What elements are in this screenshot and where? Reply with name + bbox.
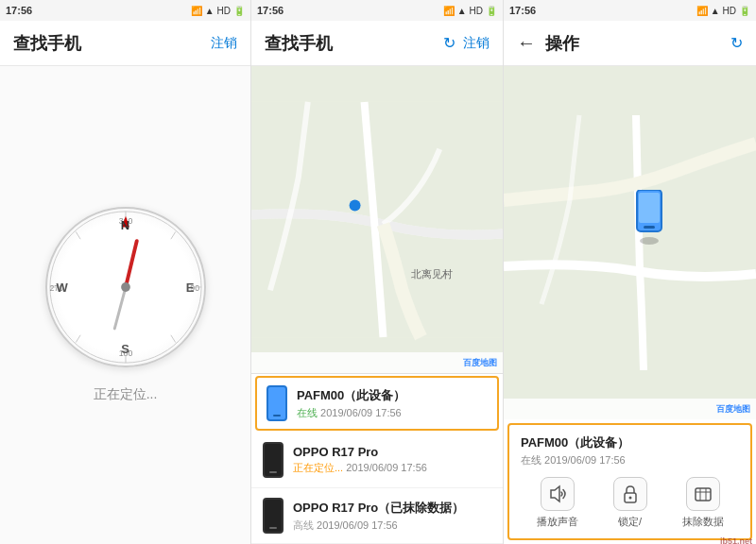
lock-icon bbox=[613, 477, 647, 511]
map-area-2: 北离见村 百度地图 bbox=[251, 66, 503, 373]
app-header-2: 查找手机 ↻ 注销 bbox=[251, 21, 503, 66]
battery-icon-1: 🔋 bbox=[233, 6, 245, 16]
panel-find-phone: 17:56 📶 ▲ HD 🔋 查找手机 注销 // We'll just har… bbox=[0, 0, 251, 544]
svg-point-18 bbox=[350, 200, 361, 212]
page-title-1: 查找手机 bbox=[13, 32, 211, 55]
signal-icon-1: 📶 bbox=[191, 6, 202, 16]
map-area-3: 百度地图 bbox=[504, 66, 756, 419]
baidu-logo-2: 百度地图 bbox=[463, 357, 497, 369]
app-header-1: 查找手机 注销 bbox=[0, 21, 250, 66]
action-device-status: 在线 2019/06/09 17:56 bbox=[521, 453, 739, 468]
device-item-1[interactable]: OPPO R17 Pro 正在定位... 2019/06/09 17:56 bbox=[251, 433, 503, 488]
time-3: 17:56 bbox=[509, 5, 536, 16]
lock-button[interactable]: 锁定/ bbox=[602, 477, 659, 529]
erase-button[interactable]: 抹除数据 bbox=[675, 477, 731, 529]
compass-east: E bbox=[186, 280, 195, 295]
panel-device-list: 17:56 📶 ▲ HD 🔋 查找手机 ↻ 注销 北离见村 bbox=[251, 0, 504, 544]
battery-icon-3: 🔋 bbox=[739, 6, 750, 16]
compass-area: // We'll just hardcode a bunch of tick m… bbox=[0, 66, 250, 544]
time-1: 17:56 bbox=[6, 5, 32, 16]
action-buttons-row: 播放声音 锁定/ bbox=[521, 477, 739, 538]
wifi-icon-2: ▲ bbox=[457, 6, 467, 16]
svg-line-15 bbox=[114, 287, 126, 329]
status-icons-2: 📶 ▲ HD 🔋 bbox=[443, 6, 497, 16]
status-icons-1: 📶 ▲ HD 🔋 bbox=[191, 6, 245, 16]
battery-icon-2: 🔋 bbox=[486, 6, 497, 16]
svg-rect-22 bbox=[639, 193, 660, 223]
watermark: jb51.net bbox=[720, 536, 752, 544]
device-icon-2 bbox=[263, 498, 284, 534]
device-info-1: OPPO R17 Pro 正在定位... 2019/06/09 17:56 bbox=[293, 445, 491, 475]
app-header-3: ← 操作 ↻ bbox=[504, 21, 756, 66]
hd-label-3: HD bbox=[723, 6, 736, 16]
locating-text: 正在定位... bbox=[94, 386, 158, 403]
wifi-icon-3: ▲ bbox=[711, 6, 720, 16]
svg-line-14 bbox=[126, 241, 137, 287]
device-info-0: PAFM00（此设备） 在线 2019/06/09 17:56 bbox=[297, 387, 488, 420]
device-list: PAFM00（此设备） 在线 2019/06/09 17:56 OPPO R17… bbox=[251, 373, 503, 544]
play-sound-icon bbox=[541, 477, 575, 511]
refresh-button-3[interactable]: ↻ bbox=[730, 34, 743, 52]
device-status-1: 正在定位... 2019/06/09 17:56 bbox=[293, 461, 491, 475]
play-sound-button[interactable]: 播放声音 bbox=[529, 477, 586, 529]
device-info-2: OPPO R17 Pro（已抹除数据） 高线 2019/06/09 17:56 bbox=[293, 500, 491, 533]
lock-label: 锁定/ bbox=[618, 515, 642, 529]
baidu-logo-3: 百度地图 bbox=[716, 403, 750, 416]
svg-line-12 bbox=[170, 335, 175, 343]
device-icon-0 bbox=[266, 385, 287, 421]
device-item-2[interactable]: OPPO R17 Pro（已抹除数据） 高线 2019/06/09 17:56 bbox=[251, 488, 503, 544]
wifi-icon-1: ▲ bbox=[205, 6, 215, 16]
hd-label-1: HD bbox=[217, 6, 231, 16]
compass-south: S bbox=[121, 342, 129, 356]
cancel-button-1[interactable]: 注销 bbox=[211, 35, 237, 52]
compass-west: W bbox=[57, 280, 68, 295]
page-title-3: 操作 bbox=[545, 32, 721, 55]
phone-on-map bbox=[635, 190, 663, 245]
action-device-name: PAFM00（此设备） bbox=[521, 434, 739, 451]
status-icons-3: 📶 ▲ HD 🔋 bbox=[696, 6, 750, 16]
svg-point-16 bbox=[121, 282, 130, 292]
map-svg-3 bbox=[504, 66, 756, 419]
baidu-bar-3: 百度地图 bbox=[504, 399, 756, 419]
device-status-2: 高线 2019/06/09 17:56 bbox=[293, 518, 491, 533]
refresh-button-2[interactable]: ↻ bbox=[443, 34, 455, 52]
svg-rect-25 bbox=[696, 488, 711, 501]
panel-operations: 17:56 📶 ▲ HD 🔋 ← 操作 ↻ bbox=[504, 0, 756, 544]
signal-icon-3: 📶 bbox=[696, 6, 708, 16]
map-svg-2 bbox=[251, 66, 503, 373]
status-bar-2: 17:56 📶 ▲ HD 🔋 bbox=[251, 0, 503, 21]
device-name-0: PAFM00（此设备） bbox=[297, 387, 488, 404]
page-title-2: 查找手机 bbox=[265, 32, 434, 55]
device-name-2: OPPO R17 Pro（已抹除数据） bbox=[293, 500, 491, 517]
phone-shadow bbox=[640, 237, 659, 245]
device-item-0[interactable]: PAFM00（此设备） 在线 2019/06/09 17:56 bbox=[255, 376, 499, 431]
village-label-2: 北离见村 bbox=[411, 267, 453, 281]
svg-line-11 bbox=[76, 335, 80, 343]
signal-icon-2: 📶 bbox=[443, 6, 455, 16]
svg-line-9 bbox=[76, 231, 80, 239]
erase-icon bbox=[686, 477, 720, 511]
compass: // We'll just hardcode a bunch of tick m… bbox=[45, 207, 206, 367]
time-2: 17:56 bbox=[257, 5, 284, 16]
status-bar-1: 17:56 📶 ▲ HD 🔋 bbox=[0, 0, 250, 21]
device-name-1: OPPO R17 Pro bbox=[293, 445, 491, 459]
phone-map-svg bbox=[635, 190, 663, 235]
device-status-0: 在线 2019/06/09 17:56 bbox=[297, 406, 488, 420]
status-bar-3: 17:56 📶 ▲ HD 🔋 bbox=[504, 0, 756, 21]
svg-point-24 bbox=[628, 497, 631, 500]
svg-line-10 bbox=[170, 231, 175, 239]
hd-label-2: HD bbox=[470, 6, 483, 16]
cancel-button-2[interactable]: 注销 bbox=[463, 35, 490, 52]
play-sound-label: 播放声音 bbox=[537, 515, 578, 529]
svg-rect-21 bbox=[644, 226, 655, 229]
erase-label: 抹除数据 bbox=[682, 515, 724, 529]
action-panel: PAFM00（此设备） 在线 2019/06/09 17:56 播放声音 bbox=[507, 423, 752, 540]
back-button-3[interactable]: ← bbox=[517, 32, 536, 54]
baidu-bar-2: 百度地图 bbox=[251, 352, 503, 373]
device-icon-1 bbox=[263, 442, 284, 478]
compass-north: N bbox=[121, 218, 129, 232]
